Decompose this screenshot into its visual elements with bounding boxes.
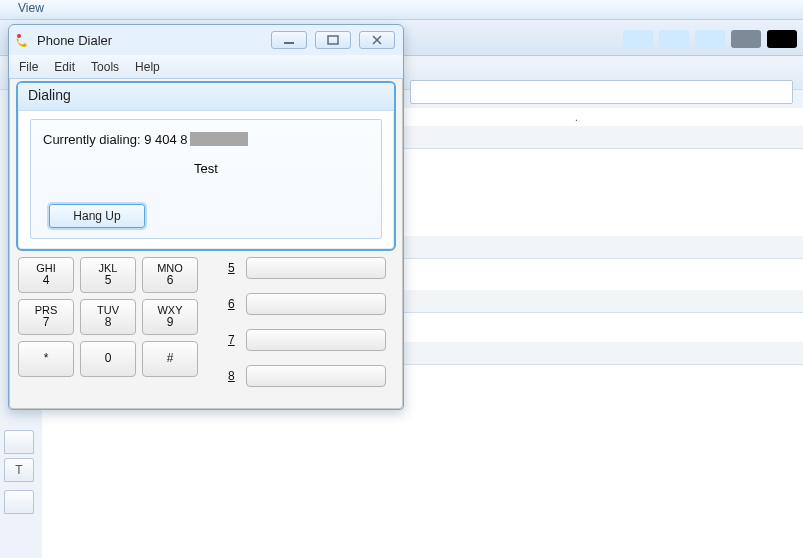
client-area: Dialing Currently dialing: 9 404 8 Test … <box>9 79 403 409</box>
key-digit: 7 <box>43 316 50 329</box>
key-9[interactable]: WXY9 <box>142 299 198 335</box>
dialing-heading: Dialing <box>18 83 394 111</box>
minimize-button[interactable] <box>271 31 307 49</box>
titlebar[interactable]: Phone Dialer <box>9 25 403 55</box>
bg-chip <box>767 30 797 48</box>
key-digit: 4 <box>43 274 50 287</box>
speed-dial-number: 6 <box>228 297 238 311</box>
key-star[interactable]: * <box>18 341 74 377</box>
phone-icon <box>15 32 31 48</box>
dialing-body: Currently dialing: 9 404 8 Test Hang Up <box>30 119 382 239</box>
bg-chip <box>659 30 689 48</box>
svg-rect-2 <box>328 36 338 44</box>
speed-dial-list: 5 6 7 8 <box>228 257 386 387</box>
key-7[interactable]: PRS7 <box>18 299 74 335</box>
background-input[interactable] <box>410 80 793 104</box>
side-tab-t[interactable]: T <box>4 458 34 482</box>
svg-point-0 <box>17 34 21 38</box>
menubar: File Edit Tools Help <box>9 55 403 79</box>
bg-chip <box>731 30 761 48</box>
speed-dial-7-button[interactable] <box>246 329 386 351</box>
currently-dialing-label: Currently dialing: <box>43 132 144 147</box>
menu-help[interactable]: Help <box>135 60 160 74</box>
menu-edit[interactable]: Edit <box>54 60 75 74</box>
dialing-contact: Test <box>43 161 369 176</box>
key-0[interactable]: 0 <box>80 341 136 377</box>
redacted-number <box>190 132 248 146</box>
window-title: Phone Dialer <box>37 33 271 48</box>
key-5[interactable]: JKL5 <box>80 257 136 293</box>
speed-dial-row: 8 <box>228 365 386 387</box>
key-digit: 5 <box>105 274 112 287</box>
dialing-status-line: Currently dialing: 9 404 8 <box>43 132 369 147</box>
menu-file[interactable]: File <box>19 60 38 74</box>
dialing-dialog: Dialing Currently dialing: 9 404 8 Test … <box>16 81 396 251</box>
key-digit: * <box>44 352 49 365</box>
speed-dial-row: 6 <box>228 293 386 315</box>
close-button[interactable] <box>359 31 395 49</box>
key-digit: 8 <box>105 316 112 329</box>
key-digit: 9 <box>167 316 174 329</box>
speed-dial-row: 7 <box>228 329 386 351</box>
background-menu: View <box>0 0 803 20</box>
key-6[interactable]: MNO6 <box>142 257 198 293</box>
bg-chip <box>695 30 725 48</box>
speed-dial-5-button[interactable] <box>246 257 386 279</box>
key-hash[interactable]: # <box>142 341 198 377</box>
key-digit: 0 <box>105 352 112 365</box>
dialing-number: 9 404 8 <box>144 132 187 147</box>
svg-rect-1 <box>284 42 294 44</box>
speed-dial-number: 5 <box>228 261 238 275</box>
background-dot: . <box>575 112 578 123</box>
speed-dial-number: 7 <box>228 333 238 347</box>
maximize-button[interactable] <box>315 31 351 49</box>
side-tab-label: T <box>15 463 22 477</box>
bg-menu-view[interactable]: View <box>18 1 44 15</box>
key-digit: # <box>167 352 174 365</box>
keypad: GHI4 JKL5 MNO6 PRS7 TUV8 WXY9 * 0 # <box>18 257 198 377</box>
menu-tools[interactable]: Tools <box>91 60 119 74</box>
speed-dial-6-button[interactable] <box>246 293 386 315</box>
hang-up-button[interactable]: Hang Up <box>49 204 145 228</box>
key-8[interactable]: TUV8 <box>80 299 136 335</box>
speed-dial-8-button[interactable] <box>246 365 386 387</box>
side-tab[interactable] <box>4 430 34 454</box>
speed-dial-number: 8 <box>228 369 238 383</box>
bg-chip <box>623 30 653 48</box>
speed-dial-row: 5 <box>228 257 386 279</box>
key-4[interactable]: GHI4 <box>18 257 74 293</box>
key-digit: 6 <box>167 274 174 287</box>
side-tab[interactable] <box>4 490 34 514</box>
phone-dialer-window: Phone Dialer File Edit Tools Help Dialin… <box>8 24 404 410</box>
